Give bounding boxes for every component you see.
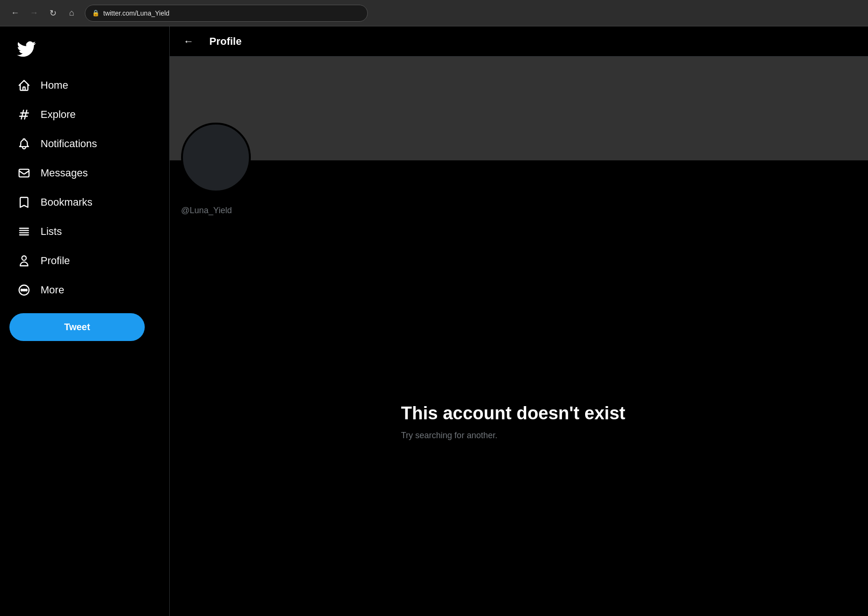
sidebar-item-home[interactable]: Home bbox=[9, 72, 160, 99]
messages-icon bbox=[17, 166, 31, 180]
avatar-container bbox=[181, 123, 251, 192]
bookmarks-label: Bookmarks bbox=[41, 196, 92, 208]
not-found-section: This account doesn't exist Try searching… bbox=[170, 227, 868, 616]
notifications-icon bbox=[17, 137, 31, 151]
explore-icon bbox=[17, 108, 31, 122]
url-text: twitter.com/Luna_Yield bbox=[103, 9, 169, 17]
home-nav-button[interactable]: ⌂ bbox=[64, 6, 79, 21]
bookmarks-icon bbox=[17, 195, 31, 209]
not-found-subtitle: Try searching for another. bbox=[401, 431, 637, 441]
twitter-logo[interactable] bbox=[9, 34, 160, 66]
forward-nav-button[interactable]: → bbox=[26, 6, 41, 21]
sidebar-item-messages[interactable]: Messages bbox=[9, 159, 160, 187]
messages-label: Messages bbox=[41, 167, 88, 179]
svg-point-1 bbox=[21, 289, 23, 291]
more-icon bbox=[17, 283, 31, 297]
home-icon bbox=[17, 78, 31, 92]
reload-button[interactable]: ↻ bbox=[45, 6, 60, 21]
notifications-label: Notifications bbox=[41, 138, 97, 150]
avatar bbox=[181, 123, 251, 192]
more-label: More bbox=[41, 284, 64, 296]
tweet-button[interactable]: Tweet bbox=[9, 313, 145, 341]
lists-label: Lists bbox=[41, 225, 62, 238]
nav-buttons: ← → ↻ ⌂ bbox=[8, 6, 79, 21]
home-label: Home bbox=[41, 79, 68, 92]
lists-icon bbox=[17, 225, 31, 239]
profile-username: @Luna_Yield bbox=[181, 206, 857, 216]
sidebar-item-notifications[interactable]: Notifications bbox=[9, 130, 160, 158]
back-button[interactable]: ← bbox=[179, 32, 198, 51]
sidebar-item-lists[interactable]: Lists bbox=[9, 218, 160, 245]
profile-header-bar: ← Profile bbox=[170, 26, 868, 57]
svg-point-3 bbox=[25, 289, 27, 291]
explore-label: Explore bbox=[41, 108, 76, 121]
app-container: Home Explore Notifications bbox=[0, 26, 868, 616]
address-bar[interactable]: 🔒 twitter.com/Luna_Yield bbox=[85, 5, 368, 22]
svg-point-2 bbox=[23, 289, 25, 291]
sidebar: Home Explore Notifications bbox=[0, 26, 170, 616]
sidebar-item-more[interactable]: More bbox=[9, 276, 160, 304]
profile-label: Profile bbox=[41, 255, 70, 267]
not-found-title: This account doesn't exist bbox=[401, 402, 637, 425]
profile-banner bbox=[170, 57, 868, 160]
back-nav-button[interactable]: ← bbox=[8, 6, 23, 21]
main-content: ← Profile @Luna_Yield This account doesn… bbox=[170, 26, 868, 616]
lock-icon: 🔒 bbox=[92, 9, 99, 17]
sidebar-item-bookmarks[interactable]: Bookmarks bbox=[9, 189, 160, 216]
profile-header-title: Profile bbox=[209, 35, 241, 48]
profile-avatar-section: @Luna_Yield bbox=[170, 160, 868, 227]
sidebar-item-profile[interactable]: Profile bbox=[9, 247, 160, 275]
profile-info: @Luna_Yield bbox=[170, 192, 868, 227]
browser-chrome: ← → ↻ ⌂ 🔒 twitter.com/Luna_Yield bbox=[0, 0, 868, 26]
sidebar-item-explore[interactable]: Explore bbox=[9, 101, 160, 128]
twitter-bird-icon bbox=[17, 40, 36, 58]
profile-icon bbox=[17, 254, 31, 268]
